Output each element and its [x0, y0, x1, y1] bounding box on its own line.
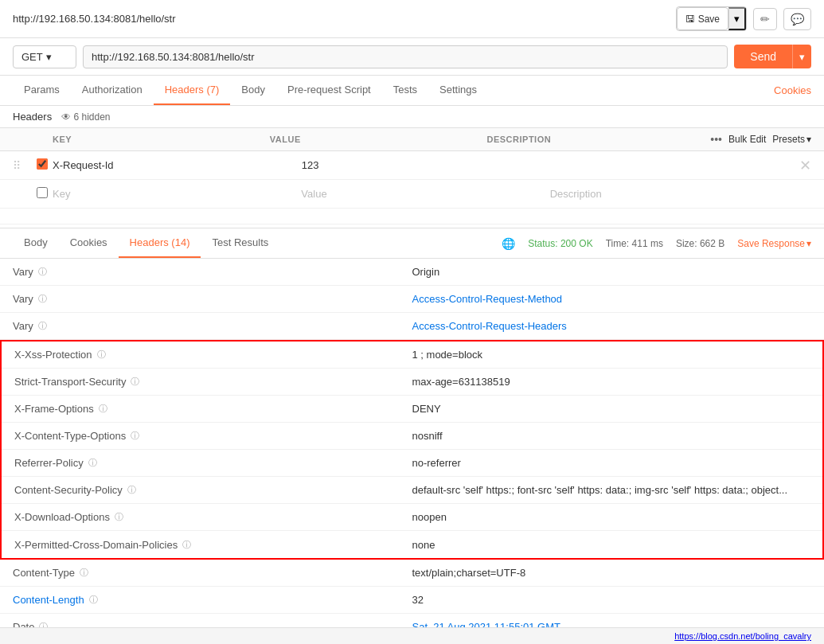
window-title: http://192.168.50.134:8081/hello/str	[13, 13, 176, 25]
row-value: 123	[295, 159, 545, 171]
resp-key: Vary ⓘ	[13, 320, 412, 332]
resp-key: Vary ⓘ	[13, 293, 412, 305]
table-header: KEY VALUE DESCRIPTION ••• Bulk Edit Pres…	[0, 128, 824, 151]
presets-button[interactable]: Presets ▾	[772, 134, 811, 145]
edit-button[interactable]: ✏	[753, 8, 777, 30]
resp-header-row: Referrer-Policy ⓘ no-referrer	[2, 450, 822, 477]
save-response-button[interactable]: Save Response ▾	[737, 238, 811, 249]
row-value-placeholder[interactable]: Value	[295, 188, 543, 200]
cookies-link[interactable]: Cookies	[774, 76, 811, 104]
resp-key: Strict-Transport-Security ⓘ	[14, 376, 412, 388]
row-delete-button[interactable]: ✕	[799, 157, 811, 174]
resp-header-row: Content-Length ⓘ 32	[0, 587, 824, 614]
value-link[interactable]: Access-Control-Request-Headers	[412, 320, 567, 332]
tab-params[interactable]: Params	[13, 76, 71, 105]
resp-header-row: Content-Security-Policy ⓘ default-src 's…	[2, 477, 822, 504]
row-checkbox[interactable]	[37, 158, 48, 170]
send-group: Send ▾	[734, 45, 811, 68]
status-ok: Status: 200 OK	[528, 238, 592, 249]
info-icon[interactable]: ⓘ	[80, 567, 88, 579]
info-icon[interactable]: ⓘ	[38, 266, 47, 278]
row-key-placeholder[interactable]: Key	[53, 188, 295, 200]
row-checkbox-container	[37, 187, 53, 201]
tab-headers[interactable]: Headers (7)	[154, 76, 231, 105]
tab-settings[interactable]: Settings	[428, 76, 488, 105]
resp-value: noopen	[412, 511, 810, 523]
request-tabs: Params Authorization Headers (7) Body Pr…	[0, 76, 824, 106]
url-bar: GET ▾ Send ▾	[0, 38, 824, 76]
resp-value: no-referrer	[412, 457, 810, 469]
resp-header-row: Vary ⓘ Access-Control-Request-Method	[0, 286, 824, 313]
table-row: ⠿ X-Request-Id 123 ✕	[0, 151, 824, 180]
resp-value: nosniff	[412, 430, 810, 442]
description-header: DESCRIPTION	[487, 135, 705, 144]
resp-key: Content-Security-Policy ⓘ	[14, 484, 412, 496]
security-headers-section: X-Xss-Protection ⓘ 1 ; mode=block Strict…	[0, 340, 824, 560]
resp-key: X-Xss-Protection ⓘ	[14, 349, 412, 361]
info-icon[interactable]: ⓘ	[127, 484, 136, 496]
method-dropdown[interactable]: GET ▾	[13, 45, 76, 68]
row-key: X-Request-Id	[53, 159, 295, 171]
save-button[interactable]: 🖫 Save	[677, 7, 728, 30]
resp-header-row: X-Xss-Protection ⓘ 1 ; mode=block	[2, 342, 822, 369]
response-headers-table: Vary ⓘ Origin Vary ⓘ Access-Control-Requ…	[0, 259, 824, 641]
info-icon[interactable]: ⓘ	[182, 539, 191, 551]
table-row: Key Value Description	[0, 180, 824, 209]
send-chevron-button[interactable]: ▾	[792, 45, 811, 68]
info-icon[interactable]: ⓘ	[115, 511, 123, 523]
more-icon[interactable]: •••	[710, 133, 722, 146]
resp-tab-body[interactable]: Body	[13, 228, 59, 258]
info-icon[interactable]: ⓘ	[88, 457, 97, 469]
info-icon[interactable]: ⓘ	[97, 349, 106, 361]
globe-icon: 🌐	[502, 237, 515, 250]
resp-value: 1 ; mode=block	[412, 349, 810, 361]
resp-header-row: Vary ⓘ Origin	[0, 259, 824, 286]
tab-tests[interactable]: Tests	[382, 76, 428, 105]
resp-key: Content-Length ⓘ	[13, 594, 412, 606]
response-tabs-bar: Body Cookies Headers (14) Test Results 🌐…	[0, 228, 824, 259]
tab-body[interactable]: Body	[230, 76, 276, 105]
send-button[interactable]: Send	[734, 45, 792, 68]
tab-authorization[interactable]: Authorization	[71, 76, 154, 105]
url-input[interactable]	[83, 45, 728, 68]
resp-tab-cookies[interactable]: Cookies	[59, 228, 119, 258]
info-icon[interactable]: ⓘ	[131, 376, 139, 388]
title-bar: http://192.168.50.134:8081/hello/str 🖫 S…	[0, 0, 824, 38]
headers-label: Headers	[13, 111, 52, 123]
resp-value: DENY	[412, 403, 810, 415]
key-header: KEY	[53, 135, 270, 144]
info-icon[interactable]: ⓘ	[99, 403, 107, 415]
resp-value: Access-Control-Request-Method	[412, 293, 812, 305]
row-description-placeholder[interactable]: Description	[544, 188, 792, 200]
save-icon: 🖫	[685, 14, 695, 25]
resp-header-row: X-Download-Options ⓘ noopen	[2, 504, 822, 531]
drag-handle[interactable]: ⠿	[13, 159, 37, 172]
row-checkbox[interactable]	[37, 187, 48, 198]
resp-header-row: Strict-Transport-Security ⓘ max-age=6311…	[2, 369, 822, 396]
key-link[interactable]: Content-Length	[13, 594, 84, 606]
info-icon[interactable]: ⓘ	[38, 320, 47, 332]
response-status-bar: 🌐 Status: 200 OK Time: 411 ms Size: 662 …	[502, 231, 811, 256]
save-chevron-button[interactable]: ▾	[728, 7, 746, 30]
empty-spacer	[0, 209, 824, 224]
resp-key: X-Download-Options ⓘ	[14, 511, 412, 523]
tab-pre-request[interactable]: Pre-request Script	[276, 76, 382, 105]
comment-button[interactable]: 💬	[783, 8, 811, 30]
resp-header-row: X-Frame-Options ⓘ DENY	[2, 396, 822, 423]
info-icon[interactable]: ⓘ	[131, 430, 139, 442]
info-icon[interactable]: ⓘ	[38, 293, 47, 305]
hidden-count-badge: 👁 6 hidden	[61, 111, 110, 123]
value-header: VALUE	[270, 135, 487, 144]
resp-value: text/plain;charset=UTF-8	[412, 567, 812, 579]
resp-value: Access-Control-Request-Headers	[412, 320, 812, 332]
resp-key: Vary ⓘ	[13, 266, 412, 278]
resp-header-row: X-Content-Type-Options ⓘ nosniff	[2, 423, 822, 450]
table-actions: ••• Bulk Edit Presets ▾	[710, 133, 811, 146]
info-icon[interactable]: ⓘ	[89, 594, 98, 606]
value-link[interactable]: Access-Control-Request-Method	[412, 293, 563, 305]
footer-link[interactable]: https://blog.csdn.net/boling_cavalry	[674, 631, 811, 641]
resp-tab-headers[interactable]: Headers (14)	[119, 228, 201, 258]
footer-bar: https://blog.csdn.net/boling_cavalry	[0, 627, 824, 641]
resp-tab-test-results[interactable]: Test Results	[201, 228, 279, 258]
bulk-edit-button[interactable]: Bulk Edit	[728, 134, 766, 145]
